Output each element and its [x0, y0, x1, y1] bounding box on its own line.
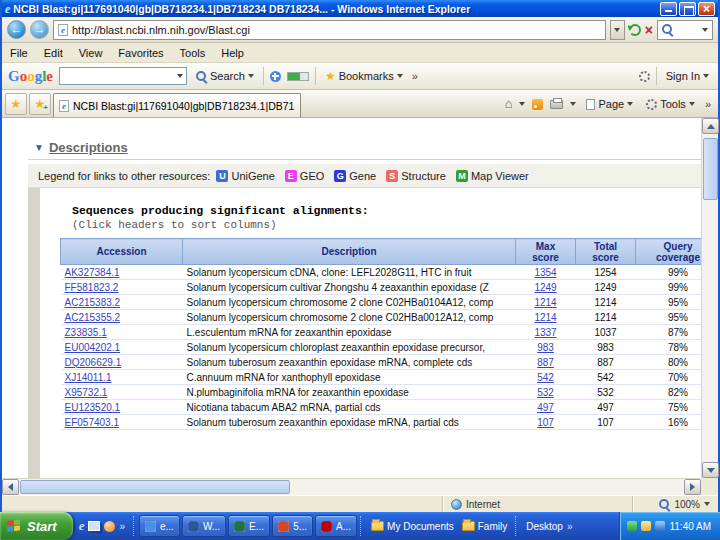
horizontal-scrollbar-thumb[interactable] — [20, 480, 290, 494]
max-score-link[interactable]: 497 — [537, 402, 554, 413]
menu-item[interactable]: Tools — [180, 47, 206, 59]
scroll-up-button[interactable] — [702, 118, 719, 134]
security-shield-icon[interactable] — [627, 521, 637, 531]
url-text[interactable]: http://blast.ncbi.nlm.nih.gov/Blast.cgi — [72, 24, 601, 36]
zoom-control[interactable]: 100% — [632, 496, 718, 512]
taskbar-link[interactable]: My Documents — [371, 521, 454, 532]
taskbar-window-button[interactable]: e... — [139, 515, 180, 537]
command-bar-overflow-button[interactable]: » — [705, 98, 711, 110]
volume-icon[interactable] — [641, 521, 651, 531]
taskbar-window-button[interactable]: W... — [182, 515, 226, 537]
resource-badge-icon[interactable]: S — [386, 170, 398, 182]
menu-item[interactable]: File — [10, 47, 28, 59]
rss-feed-icon[interactable] — [532, 99, 543, 110]
add-icon[interactable] — [270, 71, 281, 82]
resource-badge-icon[interactable]: U — [216, 170, 228, 182]
resource-badge-icon[interactable]: M — [456, 170, 468, 182]
close-button[interactable] — [698, 2, 715, 16]
accession-link[interactable]: FF581823.2 — [65, 282, 119, 293]
accession-link[interactable]: EU123520.1 — [65, 402, 121, 413]
google-search-input[interactable] — [59, 67, 187, 85]
menu-item[interactable]: View — [79, 47, 103, 59]
accession-link[interactable]: EF057403.1 — [65, 417, 120, 428]
max-score-link[interactable]: 1214 — [534, 297, 556, 308]
taskbar-window-button[interactable]: E... — [228, 515, 270, 537]
resource-badge-icon[interactable]: G — [334, 170, 346, 182]
scroll-left-button[interactable] — [2, 479, 19, 495]
max-score-link[interactable]: 887 — [537, 357, 554, 368]
network-icon[interactable] — [655, 521, 665, 531]
taskbar-window-button[interactable]: 5... — [272, 515, 313, 537]
max-score-link[interactable]: 107 — [537, 417, 554, 428]
toolbar-overflow-button[interactable]: » — [412, 70, 418, 82]
vertical-scrollbar-thumb[interactable] — [703, 138, 718, 200]
refresh-button[interactable] — [629, 24, 641, 36]
taskbar-link[interactable]: Family — [462, 521, 507, 532]
accession-link[interactable]: Z33835.1 — [65, 327, 107, 338]
back-button[interactable] — [7, 20, 26, 39]
tools-menu-button[interactable]: Tools — [643, 96, 698, 112]
forward-button[interactable] — [30, 20, 49, 39]
active-tab[interactable]: e NCBI Blast:gi|117691040|gb|DB718234.1|… — [53, 93, 301, 117]
accession-link[interactable]: XJ14011.1 — [65, 372, 112, 383]
google-search-button[interactable]: Search — [193, 68, 257, 84]
home-icon[interactable]: ⌂ — [505, 98, 513, 110]
chevron-down-icon[interactable] — [177, 74, 183, 78]
accession-link[interactable]: AC215383.2 — [65, 297, 121, 308]
bookmarks-button[interactable]: ★ Bookmarks — [322, 68, 406, 84]
desktop-toolbar-overflow[interactable]: » — [567, 521, 573, 532]
stop-button[interactable]: × — [645, 23, 653, 37]
horizontal-scrollbar[interactable] — [2, 478, 701, 495]
max-score-cell: 1214 — [516, 295, 576, 310]
quick-launch-overflow[interactable]: » — [119, 521, 125, 532]
favorites-button[interactable]: ★ — [5, 93, 27, 115]
max-score-link[interactable]: 1214 — [534, 312, 556, 323]
accession-link[interactable]: X95732.1 — [65, 387, 108, 398]
max-score-link[interactable]: 1354 — [534, 267, 556, 278]
section-title[interactable]: Descriptions — [49, 140, 128, 155]
max-score-link[interactable]: 542 — [537, 372, 554, 383]
address-dropdown-button[interactable] — [610, 20, 625, 40]
max-score-link[interactable]: 983 — [537, 342, 554, 353]
accession-link[interactable]: AC215355.2 — [65, 312, 121, 323]
chevron-down-icon[interactable] — [519, 102, 525, 106]
menu-item[interactable]: Edit — [44, 47, 63, 59]
resource-badge-icon[interactable]: E — [285, 170, 297, 182]
menu-item[interactable]: Help — [221, 47, 244, 59]
sign-in-button[interactable]: Sign In — [663, 68, 712, 84]
column-header[interactable]: Query coverage — [636, 239, 702, 265]
vertical-scrollbar[interactable] — [701, 118, 718, 478]
menu-item[interactable]: Favorites — [118, 47, 163, 59]
clock[interactable]: 11:40 AM — [669, 521, 711, 532]
settings-gear-icon[interactable] — [639, 71, 650, 82]
column-header[interactable]: Accession — [61, 239, 183, 265]
max-score-link[interactable]: 1249 — [534, 282, 556, 293]
taskbar-window-button[interactable]: A... — [315, 515, 357, 537]
scroll-down-button[interactable] — [702, 462, 719, 478]
print-icon[interactable] — [550, 100, 563, 109]
accession-link[interactable]: DQ206629.1 — [65, 357, 122, 368]
desktop-toolbar[interactable]: Desktop » — [520, 521, 578, 532]
add-favorite-button[interactable]: ★+ — [29, 93, 51, 115]
max-score-link[interactable]: 532 — [537, 387, 554, 398]
accession-link[interactable]: AK327384.1 — [65, 267, 120, 278]
max-score-link[interactable]: 1337 — [534, 327, 556, 338]
pagerank-icon[interactable] — [287, 72, 309, 81]
address-bar[interactable]: e http://blast.ncbi.nlm.nih.gov/Blast.cg… — [53, 20, 606, 40]
maximize-button[interactable] — [679, 2, 696, 16]
column-header[interactable]: Max score — [516, 239, 576, 265]
column-header[interactable]: Description — [183, 239, 516, 265]
start-button[interactable]: Start — [0, 512, 73, 540]
column-header[interactable]: Total score — [576, 239, 636, 265]
ie-quicklaunch-icon[interactable]: e — [79, 518, 85, 534]
media-player-icon[interactable] — [104, 521, 115, 532]
instant-search-box[interactable] — [657, 20, 713, 40]
section-collapse-icon[interactable] — [34, 143, 44, 153]
show-desktop-icon[interactable] — [88, 521, 100, 531]
chevron-down-icon[interactable] — [570, 102, 576, 106]
scroll-right-button[interactable] — [684, 479, 701, 495]
chevron-down-icon[interactable] — [702, 28, 708, 32]
minimize-button[interactable] — [660, 2, 677, 16]
accession-link[interactable]: EU004202.1 — [65, 342, 121, 353]
page-menu-button[interactable]: Page — [583, 96, 636, 112]
